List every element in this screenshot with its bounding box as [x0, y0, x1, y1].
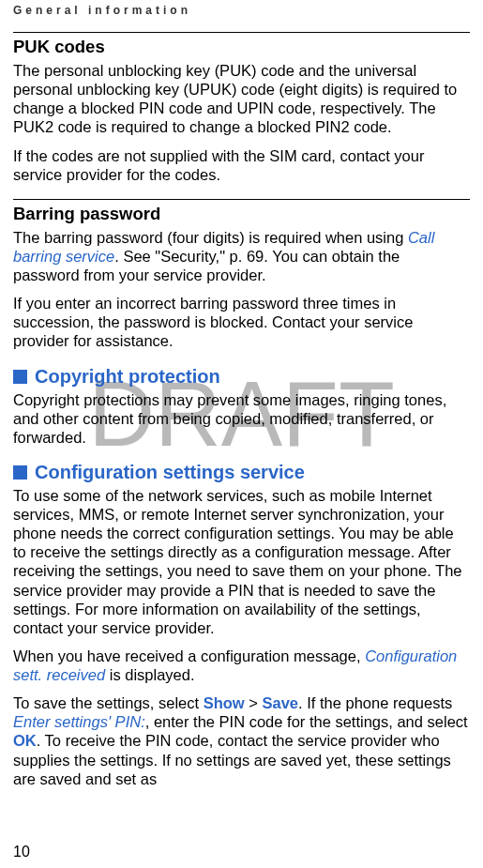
section-title-text: Copyright protection — [35, 366, 220, 388]
body-text: If you enter an incorrect barring passwo… — [13, 294, 470, 350]
ok-action: OK — [13, 732, 37, 749]
save-action: Save — [263, 694, 299, 711]
show-action: Show — [204, 694, 245, 711]
puk-codes-heading: PUK codes — [13, 37, 470, 57]
body-text: To save the settings, select Show > Save… — [13, 693, 470, 788]
section-bullet-icon — [13, 370, 27, 384]
section-title-text: Configuration settings service — [35, 462, 305, 483]
text-fragment: , enter the PIN code for the settings, a… — [145, 713, 468, 730]
body-text: When you have received a configuration m… — [13, 647, 470, 684]
divider — [13, 199, 470, 200]
body-text: To use some of the network services, suc… — [13, 486, 470, 637]
body-text: The barring password (four digits) is re… — [13, 228, 470, 284]
text-fragment: . If the phone requests — [298, 694, 452, 711]
config-section-heading: Configuration settings service — [13, 462, 470, 483]
section-bullet-icon — [13, 465, 27, 480]
body-text: Copyright protections may prevent some i… — [13, 390, 470, 447]
text-fragment: When you have received a configuration m… — [13, 647, 365, 664]
body-text: If the codes are not supplied with the S… — [13, 146, 470, 184]
running-header: General information — [13, 4, 470, 17]
divider — [13, 32, 470, 33]
text-fragment: . To receive the PIN code, contact the s… — [13, 732, 451, 786]
copyright-section-heading: Copyright protection — [13, 366, 470, 388]
text-fragment: > — [245, 694, 263, 711]
text-fragment: To save the settings, select — [13, 694, 204, 711]
barring-password-heading: Barring password — [13, 204, 470, 224]
enter-pin-link: Enter settings' PIN: — [13, 713, 145, 730]
text-fragment: is displayed. — [105, 666, 194, 683]
page-number: 10 — [13, 844, 30, 860]
body-text: The personal unblocking key (PUK) code a… — [13, 61, 470, 137]
text-fragment: The barring password (four digits) is re… — [13, 229, 408, 246]
